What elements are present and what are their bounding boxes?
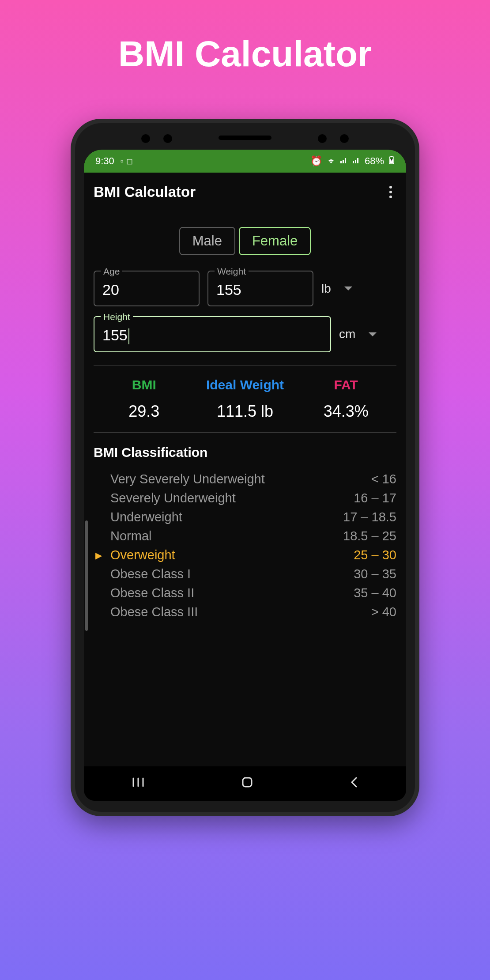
status-time: 9:30 [95, 155, 114, 167]
classification-range: < 16 [371, 472, 396, 486]
weight-unit-select[interactable]: lb [321, 282, 379, 296]
screen: 9:30 ▫ ◻ ⏰ 68% [84, 150, 406, 801]
classification-title: BMI Classification [94, 445, 396, 460]
overflow-menu-icon[interactable] [385, 181, 396, 203]
bmi-value: 29.3 [94, 402, 195, 421]
bmi-result: BMI 29.3 [94, 377, 195, 421]
signal-icon [340, 155, 348, 167]
classification-row: Obese Class I30 – 35 [110, 565, 396, 584]
chevron-down-icon [344, 286, 352, 290]
classification-range: 35 – 40 [354, 586, 396, 600]
fat-value: 34.3% [295, 402, 396, 421]
app-bar: BMI Calculator [84, 173, 406, 211]
classification-row: Underweight17 – 18.5 [110, 508, 396, 527]
classification-range: 25 – 30 [354, 548, 396, 562]
scroll-indicator[interactable] [85, 520, 88, 631]
page-title: BMI Calculator [118, 33, 372, 75]
classification-range: 16 – 17 [354, 491, 396, 505]
classification-row: Normal18.5 – 25 [110, 527, 396, 546]
gender-male-button[interactable]: Male [179, 227, 235, 255]
home-button[interactable] [241, 776, 254, 792]
age-value: 20 [102, 281, 191, 298]
fat-label: FAT [295, 377, 396, 392]
bmi-label: BMI [94, 377, 195, 392]
alarm-icon: ⏰ [310, 155, 322, 167]
wifi-icon [327, 155, 335, 167]
classification-label: Severely Underweight [110, 491, 236, 505]
age-label: Age [101, 266, 122, 277]
battery-pct: 68% [365, 155, 384, 167]
classification-label: Underweight [110, 510, 182, 524]
gender-female-button[interactable]: Female [239, 227, 311, 255]
weight-field[interactable]: Weight 155 [207, 271, 313, 306]
classification-row: Obese Class III> 40 [110, 603, 396, 622]
notif-icon: ▫ [121, 157, 123, 166]
classification-row: Overweight25 – 30 [110, 546, 396, 565]
speaker [219, 136, 271, 140]
height-label: Height [101, 312, 133, 322]
ideal-result: Ideal Weight 111.5 lb [195, 377, 296, 421]
weight-value: 155 [216, 281, 305, 298]
classification-range: 17 – 18.5 [343, 510, 396, 524]
weight-label: Weight [215, 266, 249, 277]
classification-range: 30 – 35 [354, 567, 396, 581]
classification-list: Very Severely Underweight< 16Severely Un… [94, 470, 396, 622]
sensor-cluster-left [141, 134, 172, 143]
status-bar: 9:30 ▫ ◻ ⏰ 68% [84, 150, 406, 173]
back-button[interactable] [350, 776, 358, 792]
results-row: BMI 29.3 Ideal Weight 111.5 lb FAT 34.3% [94, 377, 396, 421]
phone-frame: 9:30 ▫ ◻ ⏰ 68% [71, 119, 419, 816]
gender-toggle: Male Female [94, 227, 396, 255]
height-unit-select[interactable]: cm [339, 327, 396, 341]
classification-label: Normal [110, 529, 151, 543]
classification-label: Obese Class II [110, 586, 194, 600]
height-field[interactable]: Height 155 [94, 316, 331, 352]
ideal-label: Ideal Weight [195, 377, 296, 392]
height-unit: cm [339, 327, 355, 341]
content-area: Male Female Age 20 Weight 155 lb [84, 211, 406, 766]
divider [94, 432, 396, 433]
signal-icon-2 [352, 155, 360, 167]
divider [94, 366, 396, 366]
classification-row: Obese Class II35 – 40 [110, 584, 396, 603]
age-field[interactable]: Age 20 [94, 271, 200, 306]
classification-range: > 40 [371, 605, 396, 619]
classification-label: Overweight [110, 548, 175, 562]
sensor-cluster-right [318, 134, 349, 143]
weight-unit: lb [321, 282, 331, 296]
classification-label: Obese Class I [110, 567, 191, 581]
recent-apps-button[interactable] [132, 776, 145, 791]
notif-icon-2: ◻ [126, 156, 133, 166]
classification-label: Very Severely Underweight [110, 472, 265, 486]
svg-rect-3 [243, 778, 252, 787]
nav-bar [84, 766, 406, 801]
text-cursor [128, 328, 129, 344]
fat-result: FAT 34.3% [295, 377, 396, 421]
classification-row: Severely Underweight16 – 17 [110, 489, 396, 508]
chevron-down-icon [369, 332, 377, 336]
height-value: 155 [102, 327, 322, 344]
classification-range: 18.5 – 25 [343, 529, 396, 543]
ideal-value: 111.5 lb [195, 402, 296, 421]
app-title: BMI Calculator [94, 184, 196, 200]
classification-label: Obese Class III [110, 605, 198, 619]
battery-icon [388, 155, 395, 167]
svg-rect-1 [391, 156, 392, 157]
classification-row: Very Severely Underweight< 16 [110, 470, 396, 489]
